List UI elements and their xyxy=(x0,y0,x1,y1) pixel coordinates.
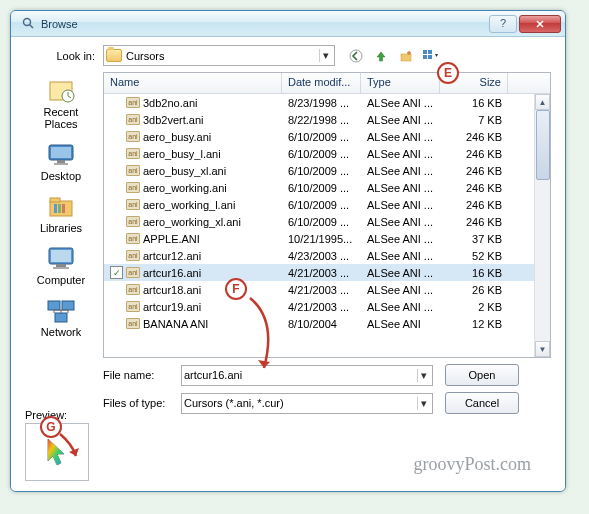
scrollbar[interactable]: ▲ ▼ xyxy=(534,94,550,357)
file-name: artcur18.ani xyxy=(143,284,201,296)
file-date: 6/10/2009 ... xyxy=(282,165,361,177)
column-headers: Name Date modif... Type Size xyxy=(104,73,550,94)
file-size: 12 KB xyxy=(440,318,508,330)
svg-rect-23 xyxy=(53,267,69,269)
file-date: 8/10/2004 xyxy=(282,318,361,330)
file-date: 4/23/2003 ... xyxy=(282,250,361,262)
callout-e: E xyxy=(437,62,459,84)
file-size: 246 KB xyxy=(440,199,508,211)
col-date[interactable]: Date modif... xyxy=(282,73,361,93)
file-size: 246 KB xyxy=(440,148,508,160)
table-row[interactable]: aniartcur19.ani4/21/2003 ...ALSee ANI ..… xyxy=(104,298,550,315)
file-type: ALSee ANI ... xyxy=(361,267,440,279)
window-title: Browse xyxy=(41,18,487,30)
open-button[interactable]: Open xyxy=(445,364,519,386)
file-size: 16 KB xyxy=(440,97,508,109)
place-label: Desktop xyxy=(26,170,96,182)
svg-rect-12 xyxy=(51,147,71,158)
svg-rect-8 xyxy=(428,55,432,59)
svg-line-1 xyxy=(30,24,34,28)
recent-icon xyxy=(44,76,78,104)
filetype-combo[interactable]: Cursors (*.ani, *.cur) ▾ xyxy=(181,393,433,414)
file-list: Name Date modif... Type Size ani3db2no.a… xyxy=(103,72,551,358)
file-type: ALSee ANI ... xyxy=(361,165,440,177)
table-row[interactable]: ani3db2no.ani8/23/1998 ...ALSee ANI ...1… xyxy=(104,94,550,111)
new-folder-button[interactable] xyxy=(395,45,417,66)
chevron-down-icon[interactable]: ▾ xyxy=(417,369,430,382)
lookin-combo[interactable]: Cursors ▾ xyxy=(103,45,335,66)
file-size: 2 KB xyxy=(440,301,508,313)
file-icon: ani xyxy=(126,182,140,193)
view-menu-button[interactable] xyxy=(420,45,442,66)
filetype-label: Files of type: xyxy=(103,397,181,409)
arrow-f xyxy=(232,290,292,380)
file-list-body[interactable]: ani3db2no.ani8/23/1998 ...ALSee ANI ...1… xyxy=(104,94,550,358)
file-type: ALSee ANI ... xyxy=(361,301,440,313)
file-name: 3db2no.ani xyxy=(143,97,197,109)
table-row[interactable]: ani3db2vert.ani8/22/1998 ...ALSee ANI ..… xyxy=(104,111,550,128)
help-button[interactable]: ? xyxy=(489,15,517,33)
file-icon: ani xyxy=(126,97,140,108)
place-label: Network xyxy=(26,326,96,338)
file-type: ALSee ANI ... xyxy=(361,284,440,296)
place-desktop[interactable]: Desktop xyxy=(26,136,96,186)
chevron-down-icon[interactable]: ▾ xyxy=(319,49,332,62)
file-icon: ani xyxy=(126,301,140,312)
table-row[interactable]: aniaero_busy.ani6/10/2009 ...ALSee ANI .… xyxy=(104,128,550,145)
table-row[interactable]: aniaero_working_xl.ani6/10/2009 ...ALSee… xyxy=(104,213,550,230)
lookin-value: Cursors xyxy=(126,50,319,62)
scroll-thumb[interactable] xyxy=(536,110,550,180)
svg-rect-7 xyxy=(423,55,427,59)
place-computer[interactable]: Computer xyxy=(26,240,96,290)
back-button[interactable] xyxy=(345,45,367,66)
place-network[interactable]: Network xyxy=(26,292,96,342)
svg-rect-4 xyxy=(401,54,411,61)
up-button[interactable] xyxy=(370,45,392,66)
file-date: 6/10/2009 ... xyxy=(282,148,361,160)
computer-icon xyxy=(44,244,78,272)
file-icon: ani xyxy=(126,114,140,125)
table-row[interactable]: aniaero_working_l.ani6/10/2009 ...ALSee … xyxy=(104,196,550,213)
svg-rect-22 xyxy=(56,264,66,267)
file-name: APPLE.ANI xyxy=(143,233,200,245)
svg-rect-6 xyxy=(428,50,432,54)
chevron-down-icon[interactable]: ▾ xyxy=(417,397,430,410)
file-type: ALSee ANI ... xyxy=(361,114,440,126)
file-icon: ani xyxy=(126,250,140,261)
checkbox-icon[interactable]: ✓ xyxy=(110,266,123,279)
watermark: groovyPost.com xyxy=(413,454,531,475)
table-row[interactable]: aniaero_busy_xl.ani6/10/2009 ...ALSee AN… xyxy=(104,162,550,179)
file-size: 37 KB xyxy=(440,233,508,245)
svg-rect-26 xyxy=(55,313,67,322)
app-icon xyxy=(19,16,35,32)
table-row[interactable]: ✓aniartcur16.ani4/21/2003 ...ALSee ANI .… xyxy=(104,264,550,281)
place-recent[interactable]: Recent Places xyxy=(26,72,96,134)
table-row[interactable]: aniaero_working.ani6/10/2009 ...ALSee AN… xyxy=(104,179,550,196)
file-size: 7 KB xyxy=(440,114,508,126)
table-row[interactable]: aniaero_busy_l.ani6/10/2009 ...ALSee ANI… xyxy=(104,145,550,162)
file-name: aero_working.ani xyxy=(143,182,227,194)
col-type[interactable]: Type xyxy=(361,73,440,93)
callout-g: G xyxy=(40,416,62,438)
col-name[interactable]: Name xyxy=(104,73,282,93)
scroll-down-button[interactable]: ▼ xyxy=(535,341,550,357)
file-name: aero_working_xl.ani xyxy=(143,216,241,228)
cancel-button[interactable]: Cancel xyxy=(445,392,519,414)
place-libraries[interactable]: Libraries xyxy=(26,188,96,238)
svg-point-3 xyxy=(350,50,362,62)
close-button[interactable] xyxy=(519,15,561,33)
titlebar[interactable]: Browse ? xyxy=(11,11,565,37)
filetype-value: Cursors (*.ani, *.cur) xyxy=(184,397,417,409)
place-label: Recent Places xyxy=(26,106,96,130)
file-name: aero_busy.ani xyxy=(143,131,211,143)
table-row[interactable]: aniartcur18.ani4/21/2003 ...ALSee ANI ..… xyxy=(104,281,550,298)
file-icon: ani xyxy=(126,131,140,142)
file-icon: ani xyxy=(126,267,140,278)
filename-input[interactable]: artcur16.ani ▾ xyxy=(181,365,433,386)
table-row[interactable]: aniBANANA ANI8/10/2004ALSee ANI12 KB xyxy=(104,315,550,332)
table-row[interactable]: aniartcur12.ani4/23/2003 ...ALSee ANI ..… xyxy=(104,247,550,264)
file-icon: ani xyxy=(126,148,140,159)
file-date: 6/10/2009 ... xyxy=(282,216,361,228)
scroll-up-button[interactable]: ▲ xyxy=(535,94,550,110)
table-row[interactable]: aniAPPLE.ANI10/21/1995...ALSee ANI ...37… xyxy=(104,230,550,247)
